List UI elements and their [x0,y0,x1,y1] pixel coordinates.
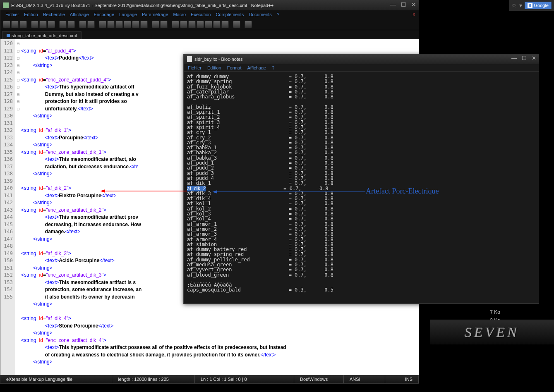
toolbar-button[interactable] [31,21,38,28]
np-text-area[interactable]: af_dummy_dummy = 0.7, 0.8 af_dummy_sprin… [184,72,539,304]
npp-menu-item[interactable]: X [413,12,415,17]
status-ins: INS [385,375,419,383]
toolbar-button[interactable] [39,21,47,28]
np-menu-item[interactable]: Fichier [188,65,201,70]
toolbar-button[interactable] [19,21,27,28]
dropdown-icon[interactable]: ▾ [519,2,522,9]
minimize-icon[interactable]: — [511,55,517,61]
toolbar-button[interactable] [79,21,86,28]
line-number-gutter: 120 121 122 123 124 125 126 127 128 129 … [0,39,15,375]
np-menubar: FichierEditionFormatAffichage? [184,64,539,72]
browser-toolbar: ☆ ▾ 8 Google [509,0,554,11]
google-g-icon: 8 [528,3,532,8]
npp-menu-item[interactable]: Langage [119,12,137,17]
fold-column[interactable]: ⊟ ⊟ ⊟ ⊟ ⊟ ⊟ ⊟ ⊟ ⊟ ⊟ [15,39,21,375]
status-lang: eXtensible Markup Language file [0,375,112,383]
npp-menu-item[interactable]: Fichier [5,12,19,17]
toolbar-button[interactable] [11,21,19,28]
close-icon[interactable]: ✕ [411,1,416,8]
npp-tabbar: string_table_amk_arts_desc.xml [0,30,419,39]
maximize-icon[interactable]: ☐ [522,55,527,61]
toolbar-button[interactable] [233,21,240,28]
file-size: 7 Ko [490,308,500,316]
npp-menu-item[interactable]: Edition [24,12,38,17]
np-menu-item[interactable]: Format [227,65,242,70]
npp-menu-item[interactable]: Paramétrage [142,12,168,17]
toolbar-button[interactable] [221,21,229,28]
minimize-icon[interactable]: — [390,1,396,8]
npp-title-text: E:\NS_DMX 1.3.4_v1.07b By Boutch71 - Sep… [11,3,273,8]
npp-menu-item[interactable]: Exécution [191,12,211,17]
npp-statusbar: eXtensible Markup Language file length :… [0,375,419,383]
search-label: Google [534,3,549,8]
toolbar-button[interactable] [180,21,187,28]
npp-menubar: FichierEditionRechercheAffichageEncodage… [0,10,419,19]
toolbar-button[interactable] [99,21,106,28]
tab-dot-icon [7,34,10,37]
notepad-window: sidr_buy.ltx - Bloc-notes — ☐ ✕ FichierE… [183,54,539,304]
npp-menu-item[interactable]: Encodage [94,12,115,17]
npp-menu-item[interactable]: Compléments [216,12,244,17]
toolbar-button[interactable] [188,21,196,28]
np-menu-item[interactable]: Edition [207,65,221,70]
status-eol: Dos\Windows [294,375,344,383]
toolbar-button[interactable] [107,21,115,28]
status-enc: ANSI [344,375,385,383]
npp-menu-item[interactable]: Documents [249,12,272,17]
toolbar-button[interactable] [87,21,95,28]
npp-tab-label: string_table_amk_arts_desc.xml [12,33,77,38]
np-titlebar[interactable]: sidr_buy.ltx - Bloc-notes — ☐ ✕ [184,54,539,64]
seven-logo: SEVEN [430,320,554,344]
toolbar-button[interactable] [140,21,148,28]
np-app-icon [187,56,192,62]
toolbar-button[interactable] [67,21,75,28]
np-menu-item[interactable]: Affichage [247,65,266,70]
toolbar-button[interactable] [48,21,55,28]
npp-app-icon [3,2,9,8]
maximize-icon[interactable]: ☐ [401,1,406,8]
toolbar-button[interactable] [3,21,10,28]
npp-titlebar[interactable]: E:\NS_DMX 1.3.4_v1.07b By Boutch71 - Sep… [0,0,419,10]
toolbar-button[interactable] [160,21,168,28]
search-engine-button[interactable]: 8 Google [525,2,552,9]
toolbar-button[interactable] [172,21,179,28]
status-length: length : 12008 lines : 225 [112,375,195,383]
npp-menu-item[interactable]: Recherche [43,12,65,17]
npp-toolbar [0,19,419,30]
annotation-label: Artefact Porc-Electrique [366,187,439,196]
np-menu-item[interactable]: ? [272,65,274,70]
bookmark-star-icon[interactable]: ☆ [511,2,517,9]
toolbar-button[interactable] [197,21,204,28]
toolbar-button[interactable] [213,21,221,28]
toolbar-button[interactable] [152,21,159,28]
toolbar-button[interactable] [132,21,139,28]
toolbar-button[interactable] [115,21,123,28]
close-icon[interactable]: ✕ [532,55,536,61]
toolbar-button[interactable] [205,21,212,28]
npp-menu-item[interactable]: Macro [173,12,186,17]
npp-menu-item[interactable]: Affichage [70,12,89,17]
npp-tab-active[interactable]: string_table_amk_arts_desc.xml [2,31,82,39]
npp-menu-item[interactable]: ? [277,12,279,17]
status-pos: Ln : 1 Col : 1 Sel : 0 | 0 [195,375,294,383]
toolbar-button[interactable] [59,21,67,28]
toolbar-button[interactable] [245,21,252,28]
np-title-text: sidr_buy.ltx - Bloc-notes [194,57,243,62]
toolbar-button[interactable] [124,21,131,28]
